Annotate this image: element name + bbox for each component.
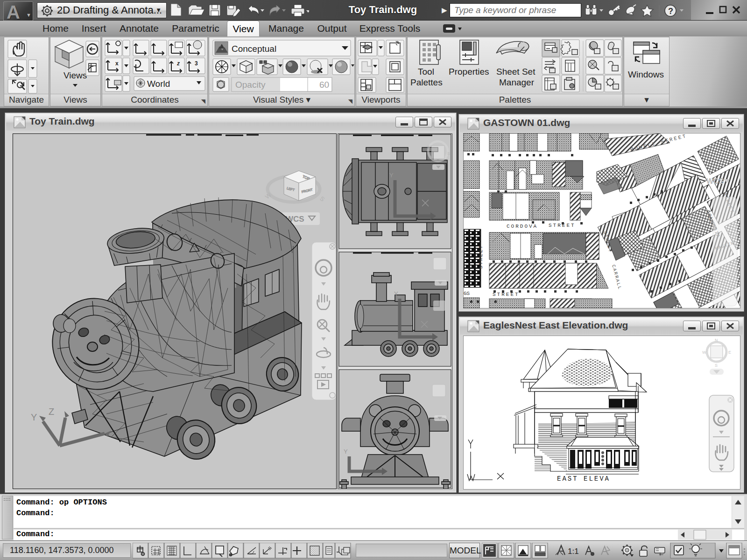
svg-text:Opacity: Opacity [235, 80, 266, 90]
svg-text:Windows: Windows [628, 70, 664, 79]
svg-text:x: x [115, 60, 119, 67]
svg-text:W: W [702, 350, 706, 355]
svg-text:N: N [715, 338, 718, 343]
svg-text:STREET: STREET [478, 245, 484, 269]
svg-text:Conceptual: Conceptual [232, 44, 276, 54]
svg-text:E: E [728, 350, 731, 355]
svg-text:Z: Z [49, 406, 54, 417]
svg-text:World: World [147, 79, 170, 89]
svg-text:Y: Y [389, 172, 394, 179]
svg-text:CORDOVA: CORDOVA [507, 224, 538, 229]
svg-text:Y: Y [394, 290, 398, 297]
svg-text:STREET: STREET [493, 292, 520, 297]
svg-text:S: S [318, 195, 326, 203]
svg-text:W: W [264, 191, 273, 200]
svg-text:Tool: Tool [418, 67, 434, 77]
svg-text:Properties: Properties [449, 67, 489, 77]
svg-text:WCS: WCS [706, 177, 724, 185]
svg-text:1:1: 1:1 [568, 547, 579, 556]
svg-text:Views: Views [63, 70, 87, 80]
svg-text:3: 3 [195, 60, 198, 67]
svg-text:60: 60 [319, 80, 329, 90]
svg-text:EAST ELEVA: EAST ELEVA [557, 475, 610, 483]
svg-text:Manager: Manager [499, 77, 535, 87]
svg-text:?: ? [668, 7, 673, 16]
svg-text:Palettes: Palettes [410, 77, 443, 87]
svg-text:Sheet Set: Sheet Set [496, 67, 536, 77]
svg-text:S: S [447, 151, 450, 156]
svg-text:Y: Y [31, 412, 37, 422]
svg-text:z: z [176, 60, 180, 67]
svg-text:Y: Y [344, 448, 348, 455]
svg-text:W: W [427, 145, 431, 149]
svg-text:S: S [715, 363, 718, 368]
svg-text:GS: GS [464, 291, 470, 296]
